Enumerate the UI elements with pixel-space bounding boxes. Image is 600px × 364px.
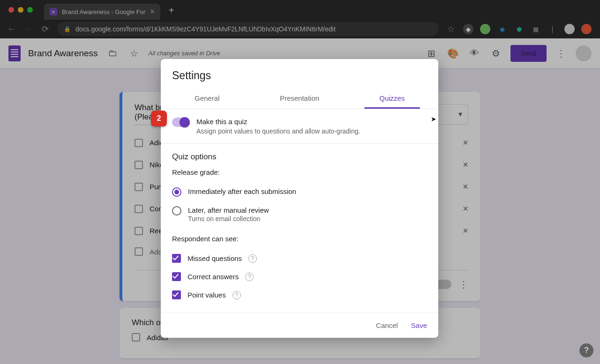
toggle-description: Assign point values to questions and all… — [196, 127, 360, 135]
modal-tabs: General Presentation Quizzes — [161, 88, 438, 109]
radio-label: Later, after manual review — [188, 206, 269, 214]
tab-quizzes[interactable]: Quizzes — [346, 88, 438, 109]
make-quiz-row: Make this a quiz Assign point values to … — [161, 109, 438, 143]
help-icon[interactable]: ? — [232, 291, 241, 299]
point-values-row[interactable]: Point values ? — [172, 286, 427, 304]
tab-presentation[interactable]: Presentation — [253, 88, 345, 109]
checkbox-label: Correct answers — [188, 273, 239, 281]
correct-answers-row[interactable]: Correct answers ? — [172, 267, 427, 286]
help-icon[interactable]: ? — [248, 254, 257, 263]
checkbox-label: Point values — [188, 291, 226, 299]
modal-title: Settings — [161, 59, 438, 88]
release-immediately-row[interactable]: Immediately after each submission — [172, 183, 427, 201]
make-quiz-toggle[interactable] — [172, 118, 189, 127]
quiz-options-section: Quiz options Release grade: Immediately … — [161, 144, 438, 312]
quiz-options-title: Quiz options — [172, 152, 427, 162]
cursor-icon: ➤ — [431, 115, 436, 123]
respondent-label: Respondent can see: — [172, 235, 427, 243]
settings-modal: Settings General Presentation Quizzes Ma… — [161, 59, 438, 338]
toggle-label: Make this a quiz — [196, 118, 360, 126]
missed-questions-row[interactable]: Missed questions ? — [172, 249, 427, 267]
radio-unselected-icon[interactable] — [172, 206, 181, 215]
cancel-button[interactable]: Cancel — [376, 321, 398, 329]
release-later-row[interactable]: Later, after manual review Turns on emai… — [172, 201, 427, 227]
help-icon[interactable]: ? — [245, 273, 254, 281]
checkbox-checked-icon[interactable] — [172, 290, 181, 299]
checkbox-checked-icon[interactable] — [172, 272, 181, 281]
release-grade-label: Release grade: — [172, 168, 427, 176]
tab-general[interactable]: General — [161, 88, 253, 109]
radio-label: Immediately after each submission — [188, 187, 296, 195]
save-button[interactable]: Save — [411, 321, 427, 329]
help-fab-icon[interactable]: ? — [579, 343, 593, 357]
radio-selected-icon[interactable] — [172, 187, 181, 197]
radio-sublabel: Turns on email collection — [188, 215, 269, 223]
checkbox-label: Missed questions — [188, 254, 242, 262]
annotation-badge: 2 — [151, 111, 167, 126]
checkbox-checked-icon[interactable] — [172, 254, 181, 263]
modal-actions: Cancel Save — [161, 312, 438, 338]
